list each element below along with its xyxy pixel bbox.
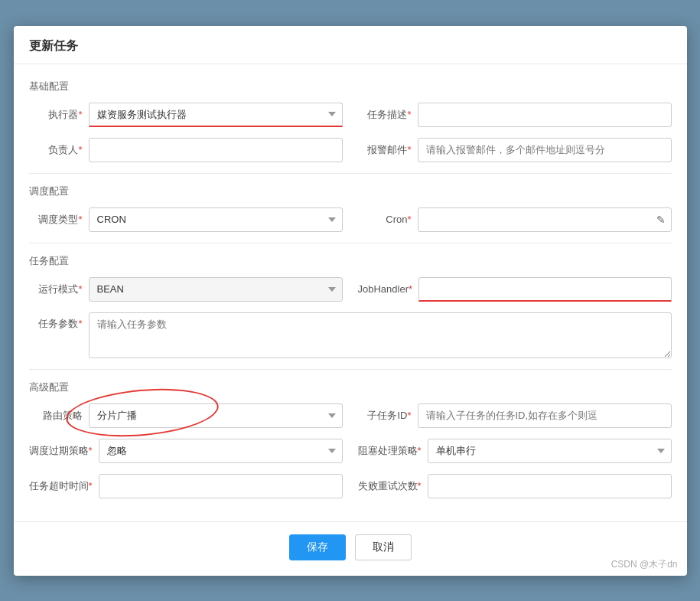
cancel-button[interactable]: 取消 — [355, 534, 412, 560]
child-task-id-group: 子任务ID* — [358, 403, 672, 428]
owner-input[interactable]: mkl — [89, 138, 343, 162]
modal-footer: 保存 取消 — [14, 521, 687, 576]
owner-group: 负责人* mkl — [29, 138, 343, 162]
fail-retry-label: 失败重试次数* — [358, 479, 422, 493]
schedule-type-required: * — [78, 214, 82, 225]
task-desc-group: 任务描述* shard test — [358, 103, 672, 127]
child-task-id-label: 子任务ID* — [358, 409, 412, 423]
job-handler-group: JobHandler* shardingJobHandler — [358, 277, 672, 302]
email-group: 报警邮件* — [358, 138, 672, 162]
fail-retry-required: * — [418, 480, 422, 492]
expire-strategy-select[interactable]: 忽略 — [99, 439, 343, 463]
job-handler-label: JobHandler* — [358, 283, 413, 295]
executor-select[interactable]: 媒资服务测试执行器 — [89, 103, 343, 127]
advanced-section-label: 高级配置 — [29, 381, 672, 394]
advanced-row-1: 路由策略 分片广播 子任务ID* — [29, 403, 672, 428]
job-row-2: 任务参数* — [29, 312, 672, 358]
owner-required: * — [78, 144, 82, 155]
basic-row-1: 执行器* 媒资服务测试执行器 任务描述* shard test — [29, 103, 672, 127]
email-input[interactable] — [418, 138, 672, 162]
expire-strategy-group: 调度过期策略* 忽略 — [29, 439, 343, 463]
run-mode-select[interactable]: BEAN — [89, 277, 343, 302]
modal-header: 更新任务 — [14, 26, 687, 64]
block-strategy-required: * — [418, 445, 422, 456]
timeout-group: 任务超时时间* 0 — [29, 474, 343, 498]
advanced-row-2: 调度过期策略* 忽略 阻塞处理策略* 单机串行 — [29, 439, 672, 463]
cron-edit-icon[interactable]: ✎ — [656, 214, 666, 226]
watermark: CSDN @木子dn — [611, 558, 678, 571]
executor-group: 执行器* 媒资服务测试执行器 — [29, 103, 343, 127]
timeout-input[interactable]: 0 — [99, 474, 343, 498]
schedule-type-select[interactable]: CRON — [89, 207, 343, 232]
schedule-type-group: 调度类型* CRON — [29, 207, 343, 232]
cron-input-wrapper: 0/10 * * * * ? ✎ — [418, 207, 672, 232]
email-label: 报警邮件* — [358, 143, 412, 157]
task-params-label: 任务参数* — [29, 312, 83, 331]
route-strategy-label: 路由策略 — [29, 409, 83, 423]
email-required: * — [407, 144, 411, 155]
basic-section-label: 基础配置 — [29, 80, 672, 93]
run-mode-required: * — [78, 283, 82, 295]
owner-label: 负责人* — [29, 143, 83, 157]
expire-strategy-label: 调度过期策略* — [29, 444, 93, 458]
modal-overlay: 更新任务 基础配置 执行器* 媒资服务测试执行器 任务描述* — [0, 0, 700, 601]
modal-body: 基础配置 执行器* 媒资服务测试执行器 任务描述* shard test — [14, 64, 687, 521]
timeout-label: 任务超时时间* — [29, 479, 93, 493]
expire-strategy-required: * — [89, 445, 93, 456]
block-strategy-group: 阻塞处理策略* 单机串行 — [358, 439, 672, 463]
basic-row-2: 负责人* mkl 报警邮件* — [29, 138, 672, 162]
child-task-id-required: * — [407, 410, 411, 421]
advanced-row-3: 任务超时时间* 0 失败重试次数* 0 — [29, 474, 672, 498]
divider-3 — [29, 369, 672, 370]
task-params-required: * — [78, 318, 82, 329]
executor-required: * — [78, 109, 82, 120]
block-strategy-select[interactable]: 单机串行 — [428, 439, 672, 463]
task-desc-label: 任务描述* — [358, 108, 412, 122]
job-handler-required: * — [409, 283, 412, 295]
block-strategy-label: 阻塞处理策略* — [358, 444, 422, 458]
route-strategy-select[interactable]: 分片广播 — [89, 403, 343, 428]
job-section-label: 任务配置 — [29, 254, 672, 268]
run-mode-label: 运行模式* — [29, 283, 83, 296]
modal-dialog: 更新任务 基础配置 执行器* 媒资服务测试执行器 任务描述* — [14, 26, 687, 576]
fail-retry-group: 失败重试次数* 0 — [358, 474, 672, 498]
save-button[interactable]: 保存 — [289, 534, 346, 560]
divider-1 — [29, 173, 672, 174]
route-strategy-group: 路由策略 分片广播 — [29, 403, 343, 428]
job-row-1: 运行模式* BEAN JobHandler* shardingJobHandle… — [29, 277, 672, 302]
timeout-required: * — [89, 480, 93, 492]
executor-label: 执行器* — [29, 108, 83, 122]
cron-required: * — [407, 214, 411, 225]
job-handler-input[interactable]: shardingJobHandler — [418, 277, 671, 302]
task-params-textarea[interactable] — [89, 312, 672, 358]
fail-retry-input[interactable]: 0 — [428, 474, 672, 498]
cron-group: Cron* 0/10 * * * * ? ✎ — [358, 207, 672, 232]
task-desc-input[interactable]: shard test — [418, 103, 672, 127]
run-mode-group: 运行模式* BEAN — [29, 277, 343, 302]
schedule-row-1: 调度类型* CRON Cron* 0/10 * * * * ? ✎ — [29, 207, 672, 232]
divider-2 — [29, 243, 672, 243]
task-params-group: 任务参数* — [29, 312, 672, 358]
cron-label: Cron* — [358, 214, 412, 225]
schedule-section-label: 调度配置 — [29, 185, 672, 198]
modal-title: 更新任务 — [29, 39, 78, 52]
child-task-id-input[interactable] — [418, 403, 672, 428]
schedule-type-label: 调度类型* — [29, 213, 83, 227]
route-strategy-wrapper: 分片广播 — [89, 403, 343, 428]
cron-input[interactable]: 0/10 * * * * ? — [418, 207, 672, 232]
task-desc-required: * — [407, 109, 411, 120]
